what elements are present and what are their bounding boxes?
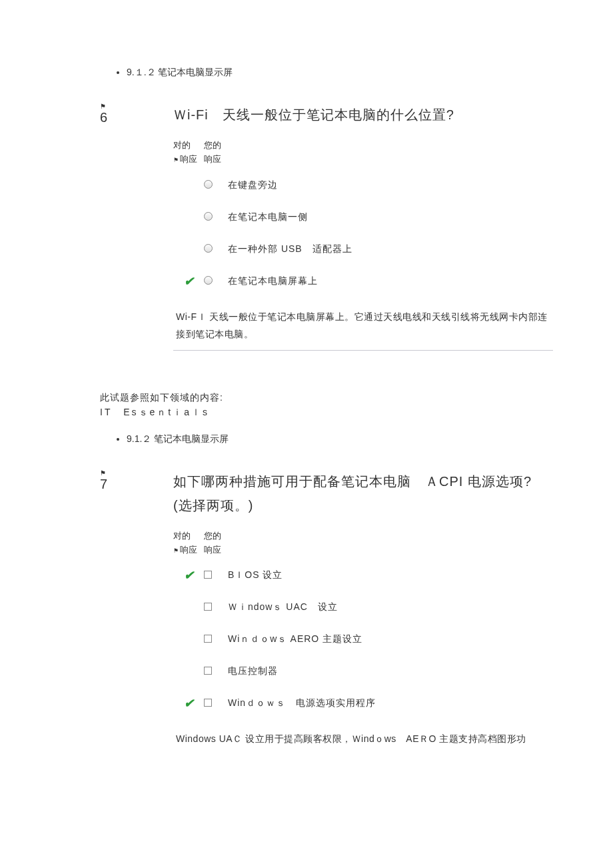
option-input-cell: [204, 698, 228, 709]
checkbox-icon[interactable]: [204, 667, 212, 675]
option-text: 在笔记本电脑屏幕上: [228, 275, 318, 287]
header-correct: 对的 ⚑响应: [173, 139, 204, 167]
header-your: 您的 响应: [204, 139, 241, 167]
option-text: 在一种外部 USB 适配器上: [228, 243, 352, 255]
question-number-wrap: ⚑ 6: [100, 103, 107, 125]
option-row: Ｗｉndowｓ UAC 设立: [173, 598, 553, 617]
flag-small-icon: ⚑: [173, 547, 179, 554]
option-text: Wiｎｄｏwｓ AERO 主题设立: [228, 633, 362, 645]
option-input-cell: [204, 570, 228, 581]
option-correct-cell: ✔: [173, 696, 204, 711]
question-number: 6: [100, 110, 107, 125]
question-7: ⚑ 7 如下哪两种措施可用于配备笔记本电脑 ＡCPI 电源选项? (选择两项。)…: [40, 469, 573, 748]
topic-bullet-item: 9.1.２ 笔记本电脑显示屏: [127, 433, 573, 445]
option-row: 在笔记本电脑一侧: [173, 208, 553, 227]
option-text: 电压控制器: [228, 665, 278, 677]
question-title: 如下哪两种措施可用于配备笔记本电脑 ＡCPI 电源选项? (选择两项。): [173, 469, 553, 517]
option-input-cell: [204, 212, 228, 223]
topic-bullet-item: 9.１.２ 笔记本电脑显示屏: [127, 67, 573, 79]
radio-icon[interactable]: [204, 244, 213, 253]
option-row: Wiｎｄｏwｓ AERO 主题设立: [173, 630, 553, 649]
option-input-cell: [204, 244, 228, 255]
option-input-cell: [204, 634, 228, 645]
option-text: Winｄｏｗｓ 电源选项实用程序: [228, 697, 376, 709]
explanation: Windows UAＣ 设立用于提高顾客权限，Ｗindｏws AEＲO 主题支持…: [173, 726, 553, 748]
topic-bullet-mid: 9.1.２ 笔记本电脑显示屏: [113, 433, 573, 445]
domain-intro: 此试题参照如下领域的内容:: [100, 388, 573, 407]
header-your: 您的 响应: [204, 529, 241, 557]
option-row: 在一种外部 USB 适配器上: [173, 240, 553, 259]
check-icon: ✔: [184, 275, 194, 288]
option-input-cell: [204, 276, 228, 287]
option-row: 电压控制器: [173, 662, 553, 681]
option-row: ✔ Winｄｏｗｓ 电源选项实用程序: [173, 694, 553, 713]
flag-small-icon: ⚑: [173, 157, 179, 163]
radio-icon[interactable]: [204, 212, 213, 221]
checkbox-icon[interactable]: [204, 699, 212, 707]
radio-icon[interactable]: [204, 276, 213, 285]
option-correct-cell: ✔: [173, 568, 204, 583]
explanation: Wi-FＩ 天线一般位于笔记本电脑屏幕上。它通过天线电线和天线引线将无线网卡内部…: [173, 304, 553, 351]
option-text: Ｗｉndowｓ UAC 设立: [228, 601, 338, 613]
question-title: Ｗi-Fi 天线一般位于笔记本电脑的什么位置?: [173, 103, 553, 127]
checkbox-icon[interactable]: [204, 571, 212, 579]
option-input-cell: [204, 666, 228, 677]
option-correct-cell: ✔: [173, 274, 204, 289]
answer-header: 对的 ⚑响应 您的 响应: [173, 529, 553, 557]
checkbox-icon[interactable]: [204, 635, 212, 643]
option-text: 在键盘旁边: [228, 179, 278, 191]
question-6: ⚑ 6 Ｗi-Fi 天线一般位于笔记本电脑的什么位置? 对的 ⚑响应 您的 响应…: [40, 103, 573, 351]
radio-icon[interactable]: [204, 180, 213, 189]
option-text: BＩOS 设立: [228, 569, 283, 581]
topic-bullet-top: 9.１.２ 笔记本电脑显示屏: [113, 67, 573, 79]
option-row: ✔ 在笔记本电脑屏幕上: [173, 272, 553, 291]
flag-icon: ⚑: [100, 469, 107, 477]
option-input-cell: [204, 180, 228, 191]
answer-header: 对的 ⚑响应 您的 响应: [173, 139, 553, 167]
question-number-wrap: ⚑ 7: [100, 469, 107, 492]
checkbox-icon[interactable]: [204, 603, 212, 611]
flag-icon: ⚑: [100, 103, 107, 110]
check-icon: ✔: [184, 697, 194, 710]
option-text: 在笔记本电脑一侧: [228, 211, 308, 223]
option-row: 在键盘旁边: [173, 176, 553, 195]
domain-subject: IT Esｓeｎtｉaｌs: [100, 407, 573, 419]
header-correct: 对的 ⚑响应: [173, 529, 204, 557]
question-number: 7: [100, 477, 107, 491]
check-icon: ✔: [184, 569, 194, 582]
option-row: ✔ BＩOS 设立: [173, 566, 553, 585]
option-input-cell: [204, 602, 228, 613]
